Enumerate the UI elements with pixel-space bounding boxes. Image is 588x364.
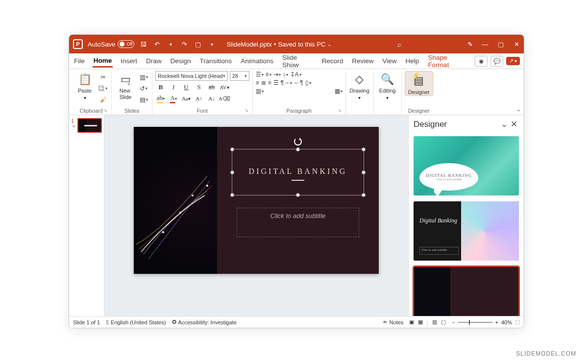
save-icon[interactable]: 🖫 <box>139 41 147 48</box>
tab-help[interactable]: Help <box>405 55 420 67</box>
font-launcher[interactable]: ↘ <box>245 108 248 113</box>
ltr-button[interactable]: ←¶ <box>294 79 303 86</box>
slide-thumbnail-1[interactable] <box>77 118 102 133</box>
cut-button[interactable]: ✂ <box>98 72 108 82</box>
normal-view-icon[interactable]: ▣ <box>409 319 414 325</box>
slide-canvas[interactable]: DIGITAL BANKING Click to add subtitle <box>104 115 408 316</box>
align-left-button[interactable]: ≡ <box>256 79 259 86</box>
accessibility-status[interactable]: ✪Accessibility: Investigate <box>172 319 237 325</box>
reset-slide-button[interactable]: ↺ <box>138 83 149 93</box>
design-suggestion-2[interactable]: Digital Banking Click to add subtitle <box>414 201 519 261</box>
justify-button[interactable]: ☰ <box>273 79 279 86</box>
language-status[interactable]: ▯English (United States) <box>106 319 166 325</box>
tab-review[interactable]: Review <box>351 55 374 67</box>
list-level-button[interactable]: ⇥ <box>273 71 281 78</box>
shrink-font-button[interactable]: A↓ <box>206 94 217 103</box>
smartart-button[interactable]: ▦ <box>335 88 343 95</box>
tab-record[interactable]: Record <box>321 55 344 67</box>
reading-view-icon[interactable]: ▥ <box>432 319 437 325</box>
editing-button[interactable]: 🔍 Editing▾ <box>377 71 398 100</box>
slide-counter[interactable]: Slide 1 of 1 <box>73 319 100 325</box>
font-color-button[interactable]: A▾ <box>168 94 179 103</box>
comments-button[interactable]: 💬 <box>490 56 503 67</box>
tab-draw[interactable]: Draw <box>145 55 163 67</box>
align-right-button[interactable]: ≡ <box>268 79 271 86</box>
section-button[interactable]: ▤ <box>138 95 149 104</box>
tab-transitions[interactable]: Transitions <box>199 55 233 67</box>
undo-icon[interactable]: ↶ <box>153 41 161 48</box>
paste-button[interactable]: 📋 Paste ▾ <box>74 71 96 100</box>
strike-button[interactable]: ab <box>206 82 217 92</box>
designer-collapse-icon[interactable]: ⌄ <box>499 119 509 129</box>
font-size-combo[interactable]: 28▾ <box>230 71 249 81</box>
tab-animations[interactable]: Animations <box>240 55 274 67</box>
character-spacing-button[interactable]: AV▾ <box>219 82 230 92</box>
rotate-handle[interactable] <box>294 138 302 146</box>
slideshow-view-icon[interactable]: ▢ <box>441 319 446 325</box>
tab-view[interactable]: View <box>382 55 398 67</box>
zoom-out-button[interactable]: − <box>452 319 455 325</box>
resize-handle[interactable] <box>230 147 234 151</box>
tab-slideshow[interactable]: Slide Show <box>281 52 314 71</box>
design-suggestion-3[interactable] <box>414 267 519 316</box>
from-beginning-icon[interactable]: ▢ <box>194 41 202 48</box>
maximize-button[interactable]: ▢ <box>497 41 504 48</box>
drawing-button[interactable]: ◇ Drawing▾ <box>349 71 370 100</box>
paragraph-launcher[interactable]: ↘ <box>338 108 342 113</box>
undo-dropdown[interactable]: ▾ <box>167 42 174 47</box>
italic-button[interactable]: I <box>168 82 179 92</box>
zoom-level[interactable]: 40% <box>501 319 512 325</box>
sorter-view-icon[interactable]: ▦ <box>418 319 423 325</box>
redo-icon[interactable]: ↷ <box>180 41 188 48</box>
title-textbox[interactable]: DIGITAL BANKING <box>232 149 364 195</box>
qat-customize[interactable]: ▾ <box>208 42 216 47</box>
subtitle-placeholder[interactable]: Click to add subtitle <box>237 208 359 237</box>
align-text-button[interactable]: ▯ <box>305 79 311 86</box>
minimize-button[interactable]: — <box>482 41 489 48</box>
underline-button[interactable]: U <box>181 82 192 92</box>
tab-home[interactable]: Home <box>93 55 113 68</box>
numbering-button[interactable]: ≡ <box>266 71 271 78</box>
text-direction-button[interactable]: ↧A <box>290 71 301 78</box>
resize-handle[interactable] <box>362 170 366 174</box>
format-painter-button[interactable]: 🖌 <box>98 95 108 104</box>
bullets-button[interactable]: ☰ <box>256 71 264 78</box>
resize-handle[interactable] <box>230 193 234 197</box>
search-icon[interactable]: ⌕ <box>397 41 401 48</box>
tab-design[interactable]: Design <box>170 55 192 67</box>
clipboard-launcher[interactable]: ↘ <box>103 108 107 113</box>
new-slide-button[interactable]: ▭＋ New Slide <box>115 71 136 100</box>
clear-format-button[interactable]: A⌫ <box>219 94 230 103</box>
notes-button[interactable]: ≐Notes <box>383 319 403 325</box>
line-spacing-button[interactable]: ↕ <box>283 71 288 78</box>
fit-window-icon[interactable]: ⬚ <box>515 319 520 325</box>
rtl-button[interactable]: ¶→ <box>281 79 292 86</box>
align-center-button[interactable]: ≣ <box>261 79 266 86</box>
change-case-button[interactable]: Aa▾ <box>181 94 192 103</box>
resize-handle[interactable] <box>362 193 366 197</box>
zoom-slider[interactable] <box>458 322 492 323</box>
grow-font-button[interactable]: A↑ <box>194 94 204 103</box>
resize-handle[interactable] <box>296 193 300 197</box>
designer-button[interactable]: ▤⚡ Designer <box>405 71 433 96</box>
highlight-button[interactable]: ab▾ <box>155 94 166 103</box>
designer-close-icon[interactable]: ✕ <box>509 119 519 129</box>
share-button[interactable]: ↗ ▾ <box>506 57 520 65</box>
font-family-combo[interactable]: Rockwell Nova Light (Head▾ <box>155 71 228 81</box>
resize-handle[interactable] <box>362 147 366 151</box>
design-suggestion-1[interactable]: DIGITAL BANKING Click to add subtitle <box>414 136 519 195</box>
bold-button[interactable]: B <box>155 82 166 92</box>
tab-file[interactable]: File <box>73 55 86 67</box>
camera-button[interactable]: ◉ <box>475 56 488 67</box>
resize-handle[interactable] <box>230 170 234 174</box>
columns-button[interactable]: ▥ <box>256 88 264 95</box>
autosave-toggle[interactable]: AutoSave Off <box>88 40 134 48</box>
shadow-button[interactable]: S <box>194 82 204 92</box>
layout-button[interactable]: ▥ <box>138 72 149 82</box>
resize-handle[interactable] <box>296 147 300 151</box>
tab-shape-format[interactable]: Shape Format <box>427 52 468 71</box>
close-button[interactable]: ✕ <box>513 41 520 48</box>
document-title[interactable]: SlideModel.pptx • Saved to this PC ⌄ <box>226 41 331 48</box>
copy-button[interactable]: ⿻ <box>98 83 108 93</box>
pen-icon[interactable]: ✎ <box>467 41 473 48</box>
